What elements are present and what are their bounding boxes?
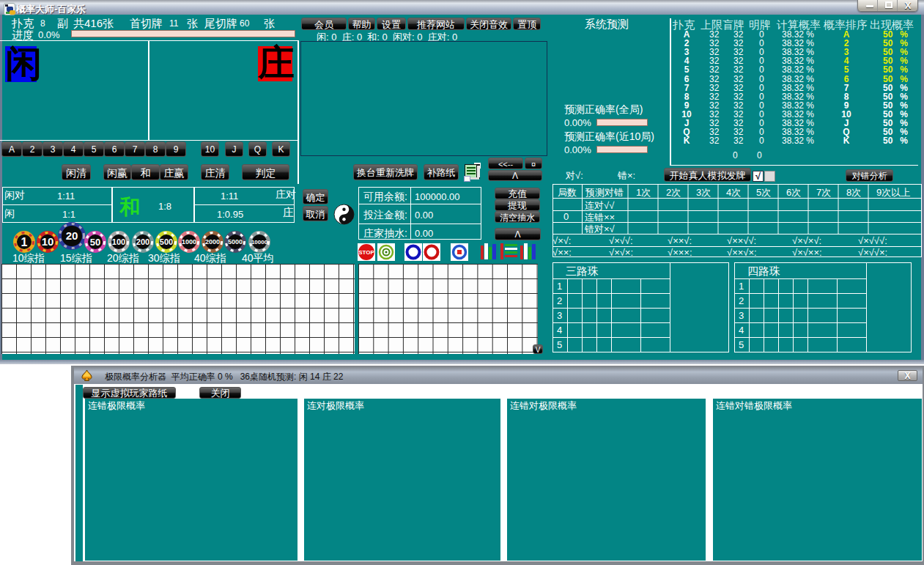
svg-text:4: 4 xyxy=(557,325,562,336)
svg-text:20: 20 xyxy=(66,229,78,242)
svg-text:四路珠: 四路珠 xyxy=(747,265,780,277)
svg-text:500: 500 xyxy=(160,237,173,246)
svg-text:50: 50 xyxy=(90,237,100,248)
svg-text:5: 5 xyxy=(557,339,562,350)
svg-text:2000: 2000 xyxy=(205,238,220,245)
svg-text:10: 10 xyxy=(42,235,54,248)
svg-text:4: 4 xyxy=(739,325,744,336)
svg-text:1: 1 xyxy=(557,281,562,292)
svg-text:1: 1 xyxy=(739,281,744,292)
svg-text:1: 1 xyxy=(21,236,28,248)
svg-text:100: 100 xyxy=(112,237,125,246)
svg-text:3: 3 xyxy=(739,310,744,321)
svg-text:1000: 1000 xyxy=(182,238,196,245)
svg-text:200: 200 xyxy=(136,237,149,246)
svg-text:STOP: STOP xyxy=(358,249,374,256)
svg-text:5: 5 xyxy=(739,339,744,350)
svg-text:三路珠: 三路珠 xyxy=(566,265,599,277)
svg-text:3: 3 xyxy=(557,310,562,321)
svg-text:10000: 10000 xyxy=(251,239,268,245)
svg-text:2: 2 xyxy=(739,295,744,306)
svg-text:2: 2 xyxy=(557,295,562,306)
svg-text:5000: 5000 xyxy=(228,238,243,245)
